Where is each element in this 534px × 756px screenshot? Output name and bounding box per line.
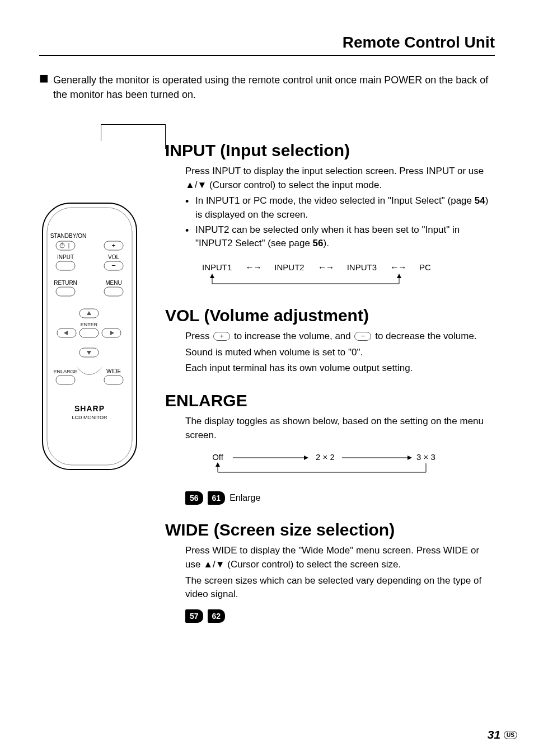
flow-pc: PC xyxy=(419,261,431,274)
svg-rect-10 xyxy=(56,261,75,270)
input-bullet-1: In INPUT1 or PC mode, the video selected… xyxy=(185,194,495,222)
svg-text:ENLARGE: ENLARGE xyxy=(53,369,77,374)
heading-wide: WIDE (Screen size selection) xyxy=(165,520,495,539)
input-bullet-2: INPUT2 can be selected only when it has … xyxy=(185,223,495,251)
svg-rect-29 xyxy=(56,375,75,384)
input-desc: Press INPUT to display the input selecti… xyxy=(185,165,495,192)
svg-text:+: + xyxy=(111,242,115,250)
leader-line xyxy=(101,124,165,125)
double-arrow-icon: ←→ xyxy=(245,261,261,274)
svg-text:INPUT: INPUT xyxy=(57,254,74,260)
svg-text:RETURN: RETURN xyxy=(54,280,77,286)
double-arrow-icon: ←→ xyxy=(318,261,334,274)
svg-rect-2 xyxy=(56,241,75,250)
svg-text:WIDE: WIDE xyxy=(106,368,121,374)
wide-page-refs: 57 62 xyxy=(185,609,495,623)
heading-enlarge: ENLARGE xyxy=(165,391,495,410)
intro-text: Generally the monitor is operated using … xyxy=(53,73,495,102)
flow-input1: INPUT1 xyxy=(202,261,232,274)
region-badge: US xyxy=(504,731,517,739)
svg-text:MENU: MENU xyxy=(105,280,121,286)
page-badge: 56 xyxy=(185,491,203,505)
svg-marker-26 xyxy=(87,351,91,355)
svg-rect-15 xyxy=(56,287,75,296)
svg-text:LCD MONITOR: LCD MONITOR xyxy=(72,415,107,420)
svg-marker-41 xyxy=(304,456,308,460)
enlarge-page-refs: 56 61 Enlarge xyxy=(185,491,495,505)
svg-rect-30 xyxy=(104,375,123,384)
double-arrow-icon: ←→ xyxy=(390,261,406,274)
svg-text:−: − xyxy=(111,261,116,270)
enlarge-flow-svg: Off 2 × 2 3 × 3 xyxy=(202,452,437,480)
standby-on-label: STANDBY/ON xyxy=(50,233,86,239)
svg-marker-36 xyxy=(210,274,214,278)
enlarge-desc: The display toggles as shown below, base… xyxy=(185,415,495,442)
vol-line-2: Sound is muted when volume is set to "0"… xyxy=(185,346,495,360)
svg-text:3 × 3: 3 × 3 xyxy=(416,452,435,462)
vol-line-1: Press + to increase the volume, and − to… xyxy=(185,330,495,344)
page-footer: 31 US xyxy=(488,728,517,741)
remote-illustration: STANDBY/ON + INPUT VOL − RETURN MENU ENT… xyxy=(39,200,140,480)
svg-text:Off: Off xyxy=(212,452,224,462)
svg-marker-38 xyxy=(397,274,401,278)
svg-marker-18 xyxy=(87,311,91,315)
flow-input2: INPUT2 xyxy=(274,261,304,274)
section-enlarge: ENLARGE The display toggles as shown bel… xyxy=(165,391,495,505)
minus-button-icon: − xyxy=(354,332,371,341)
svg-text:2 × 2: 2 × 2 xyxy=(316,452,335,462)
page-badge: 61 xyxy=(208,491,226,505)
svg-text:ENTER: ENTER xyxy=(81,322,98,327)
intro-block: ■ Generally the monitor is operated usin… xyxy=(39,73,495,102)
section-vol: VOL (Volume adjustment) Press + to incre… xyxy=(165,306,495,375)
loop-arrow-icon xyxy=(202,274,409,287)
page-title: Remote Control Unit xyxy=(39,34,495,56)
remote-svg: STANDBY/ON + INPUT VOL − RETURN MENU ENT… xyxy=(39,200,140,480)
plus-button-icon: + xyxy=(213,332,230,341)
wide-line-2: The screen sizes which can be selected v… xyxy=(185,574,495,602)
svg-marker-48 xyxy=(216,462,220,467)
leader-line xyxy=(101,124,101,141)
page-badge: 62 xyxy=(208,609,226,623)
svg-marker-44 xyxy=(407,456,412,460)
svg-text:VOL: VOL xyxy=(108,254,119,260)
svg-marker-24 xyxy=(110,331,114,335)
badge-label: Enlarge xyxy=(229,491,260,504)
enlarge-flow-diagram: Off 2 × 2 3 × 3 xyxy=(202,452,495,483)
svg-text:SHARP: SHARP xyxy=(74,404,105,413)
vol-line-3: Each input terminal has its own volume o… xyxy=(185,361,495,375)
svg-marker-21 xyxy=(64,331,68,335)
svg-rect-16 xyxy=(104,287,123,296)
input-flow-diagram: INPUT1 ←→ INPUT2 ←→ INPUT3 ←→ PC xyxy=(202,261,495,290)
page-number: 31 xyxy=(488,728,500,741)
square-bullet-icon: ■ xyxy=(39,73,49,84)
wide-line-1: Press WIDE to display the "Wide Mode" me… xyxy=(185,544,495,571)
heading-vol: VOL (Volume adjustment) xyxy=(165,306,495,325)
heading-input: INPUT (Input selection) xyxy=(165,141,495,160)
section-input: INPUT (Input selection) Press INPUT to d… xyxy=(165,141,495,290)
section-wide: WIDE (Screen size selection) Press WIDE … xyxy=(165,520,495,623)
page-badge: 57 xyxy=(185,609,203,623)
flow-input3: INPUT3 xyxy=(347,261,377,274)
svg-rect-22 xyxy=(79,328,99,337)
